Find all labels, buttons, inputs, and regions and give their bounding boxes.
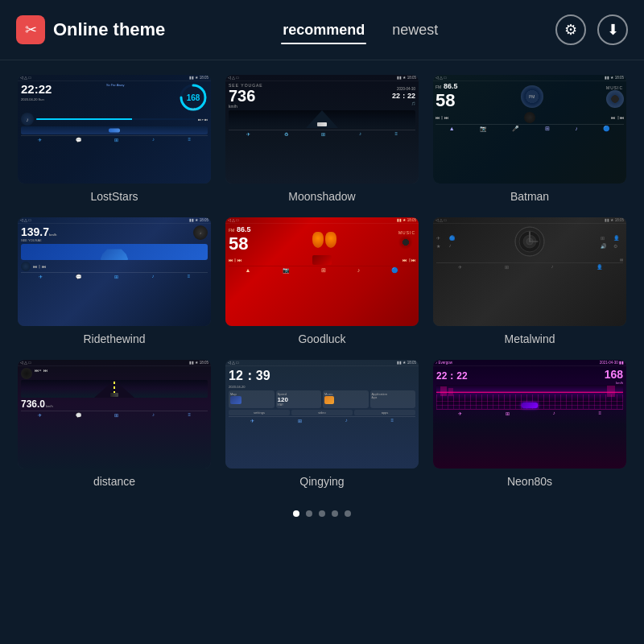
- theme-thumbnail-batman: ◁ △ □ ▮▮ ★ 18:05 FM 86.5 58 PM MUSIC: [433, 75, 626, 184]
- theme-label-neon80s: Neon80s: [507, 475, 552, 488]
- theme-grid: ◁ △ □ ▮▮ ★ 18:05 22:22 2020-04-20 Sun So…: [0, 60, 644, 502]
- theme-label-qingying: Qingying: [299, 475, 344, 488]
- pagination-dots: [0, 502, 644, 528]
- dot-5[interactable]: [345, 510, 351, 517]
- dot-4[interactable]: [332, 510, 338, 517]
- theme-card-metalwind[interactable]: ◁ △ □ ▮▮ ★ 18:05 ✈ 🔵 ★ ♪: [433, 217, 626, 345]
- theme-thumbnail-ridethewind: ◁ △ □ ▮▮ ★ 18:05 139.7km/h SEE YOUSAE ♪: [18, 217, 211, 326]
- theme-card-neon80s[interactable]: ♪ Evergow 2021-04-30 ▮▮ 22：22 168 km/h: [433, 360, 626, 488]
- dot-1[interactable]: [293, 510, 299, 517]
- header-right: ⚙ ⬇: [555, 14, 628, 45]
- theme-card-loststars[interactable]: ◁ △ □ ▮▮ ★ 18:05 22:22 2020-04-20 Sun So…: [18, 75, 211, 203]
- tab-newest[interactable]: newest: [390, 19, 440, 42]
- dot-3[interactable]: [319, 510, 325, 517]
- rw-bottombar: ✈ 💬 ⊞ ♪ ≡: [21, 272, 208, 280]
- theme-thumbnail-goodluck: ◁ △ □ ▮▮ ★ 18:05 FM 86.5 58: [225, 217, 419, 326]
- statusbar: ◁ △ □ ▮▮ ★ 18:05: [225, 360, 419, 366]
- theme-card-batman[interactable]: ◁ △ □ ▮▮ ★ 18:05 FM 86.5 58 PM MUSIC: [433, 75, 626, 203]
- download-button[interactable]: ⬇: [597, 14, 628, 45]
- theme-thumbnail-metalwind: ◁ △ □ ▮▮ ★ 18:05 ✈ 🔵 ★ ♪: [433, 217, 626, 326]
- theme-card-moonshadow[interactable]: ◁ △ □ ▮▮ ★ 18:05 SEE YOUGAE 736 km/h 202…: [225, 75, 419, 203]
- theme-label-moonshadow: Moonshadow: [288, 190, 355, 203]
- statusbar: ◁ △ □ ▮▮ ★ 18:05: [433, 217, 626, 224]
- statusbar: ◁ △ □ ▮▮ ★ 18:05: [18, 360, 211, 366]
- ms-bottombar: ✈ ♻ ⊞ ♪ ≡: [229, 130, 415, 138]
- theme-thumbnail-loststars: ◁ △ □ ▮▮ ★ 18:05 22:22 2020-04-20 Sun So…: [18, 75, 211, 184]
- header-nav: recommend newest: [165, 19, 555, 42]
- theme-label-goodluck: Goodluck: [298, 332, 345, 345]
- theme-card-ridethewind[interactable]: ◁ △ □ ▮▮ ★ 18:05 139.7km/h SEE YOUSAE ♪: [18, 217, 211, 345]
- theme-thumbnail-distance: ◁ △ □ ▮▮ ★ 18:05 ⏮ ▶ ⏭: [18, 360, 211, 469]
- settings-button[interactable]: ⚙: [555, 14, 586, 45]
- ls-time: 22:22: [21, 83, 52, 97]
- header-left: ✂ Online theme: [16, 15, 165, 44]
- theme-card-qingying[interactable]: ◁ △ □ ▮▮ ★ 18:05 12：39 2020-04-20 Map: [225, 360, 419, 488]
- statusbar: ♪ Evergow 2021-04-30 ▮▮: [433, 360, 626, 366]
- app-title: Online theme: [53, 19, 165, 40]
- theme-card-goodluck[interactable]: ◁ △ □ ▮▮ ★ 18:05 FM 86.5 58: [225, 217, 419, 345]
- theme-card-distance[interactable]: ◁ △ □ ▮▮ ★ 18:05 ⏮ ▶ ⏭: [18, 360, 211, 488]
- theme-label-batman: Batman: [510, 190, 549, 203]
- statusbar: ◁ △ □ ▮▮ ★ 18:05: [225, 75, 419, 81]
- app-icon: ✂: [16, 15, 45, 44]
- bt-bottombar: ▲ 📷 🎤 ⊞ ♪ 🔵: [436, 124, 624, 133]
- statusbar: ◁ △ □ ▮▮ ★ 18:05: [433, 75, 626, 81]
- theme-thumbnail-qingying: ◁ △ □ ▮▮ ★ 18:05 12：39 2020-04-20 Map: [225, 360, 419, 469]
- theme-label-ridethewind: Ridethewind: [83, 332, 145, 345]
- theme-label-loststars: LostStars: [90, 190, 138, 203]
- dot-2[interactable]: [306, 510, 312, 517]
- app-header: ✂ Online theme recommend newest ⚙ ⬇: [0, 0, 644, 60]
- theme-thumbnail-moonshadow: ◁ △ □ ▮▮ ★ 18:05 SEE YOUGAE 736 km/h 202…: [225, 75, 419, 184]
- statusbar: ◁ △ □ ▮▮ ★ 18:05: [225, 217, 419, 224]
- ls-date: 2020-04-20 Sun: [21, 97, 52, 101]
- theme-label-metalwind: Metalwind: [504, 332, 555, 345]
- gl-bottombar: ▲ 📷 ⊞ ♪ 🔵: [229, 266, 415, 275]
- statusbar: ◁ △ □ ▮▮ ★ 18:05: [18, 217, 211, 224]
- statusbar: ◁ △ □ ▮▮ ★ 18:05: [18, 75, 211, 81]
- tab-recommend[interactable]: recommend: [281, 19, 366, 42]
- theme-label-distance: distance: [93, 475, 135, 488]
- theme-thumbnail-neon80s: ♪ Evergow 2021-04-30 ▮▮ 22：22 168 km/h: [433, 360, 626, 469]
